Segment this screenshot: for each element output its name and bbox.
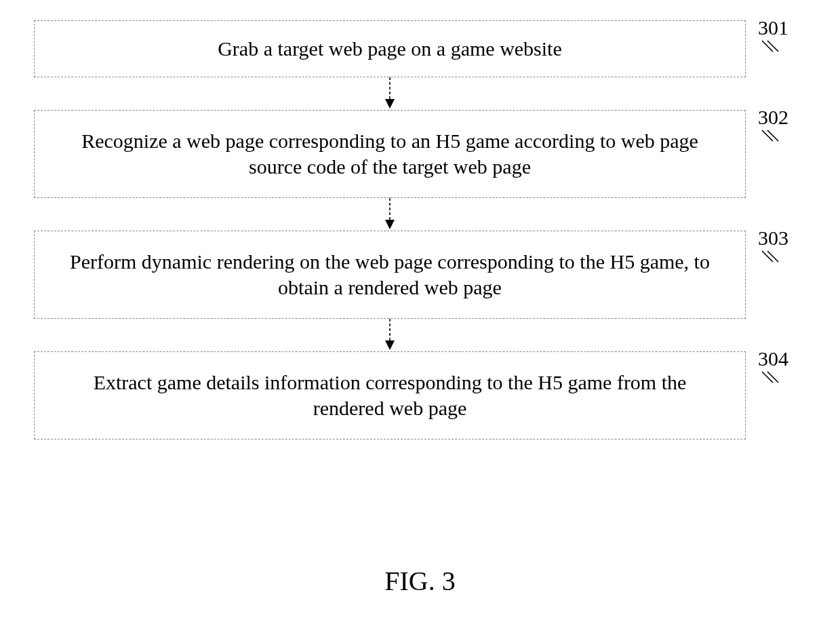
step-text: Perform dynamic rendering on the web pag… <box>62 249 718 300</box>
flowchart-step: Grab a target web page on a game website… <box>34 20 807 77</box>
arrow-down-icon <box>34 77 746 110</box>
step-box: Perform dynamic rendering on the web pag… <box>34 231 746 319</box>
step-text: Grab a target web page on a game website <box>218 36 562 62</box>
step-box: Grab a target web page on a game website <box>34 20 746 77</box>
label-tick-icon <box>761 129 780 144</box>
step-label-text: 302 <box>758 106 788 128</box>
flowchart-step: Perform dynamic rendering on the web pag… <box>34 231 807 319</box>
flowchart-container: Grab a target web page on a game website… <box>34 20 807 440</box>
svg-marker-3 <box>385 220 395 229</box>
label-tick-icon <box>761 370 780 385</box>
flowchart-step: Extract game details information corresp… <box>34 351 807 440</box>
step-box: Recognize a web page corresponding to an… <box>34 110 746 198</box>
figure-caption-text: FIG. 3 <box>384 566 455 596</box>
step-text: Extract game details information corresp… <box>62 370 718 421</box>
step-label-text: 303 <box>758 227 788 249</box>
step-label-text: 301 <box>758 16 788 39</box>
svg-marker-5 <box>385 340 395 350</box>
step-label: 304 <box>758 347 788 370</box>
figure-caption: FIG. 3 <box>0 565 840 597</box>
svg-marker-1 <box>385 99 395 109</box>
arrow-down-icon <box>34 319 746 351</box>
label-tick-icon <box>761 250 780 265</box>
step-label: 303 <box>758 227 788 250</box>
step-text: Recognize a web page corresponding to an… <box>62 128 718 179</box>
arrow-down-icon <box>34 198 746 231</box>
step-label-text: 304 <box>758 347 788 370</box>
step-label: 302 <box>758 106 788 129</box>
label-tick-icon <box>761 39 780 54</box>
step-label: 301 <box>758 16 788 39</box>
step-box: Extract game details information corresp… <box>34 351 746 440</box>
flowchart-step: Recognize a web page corresponding to an… <box>34 110 807 198</box>
